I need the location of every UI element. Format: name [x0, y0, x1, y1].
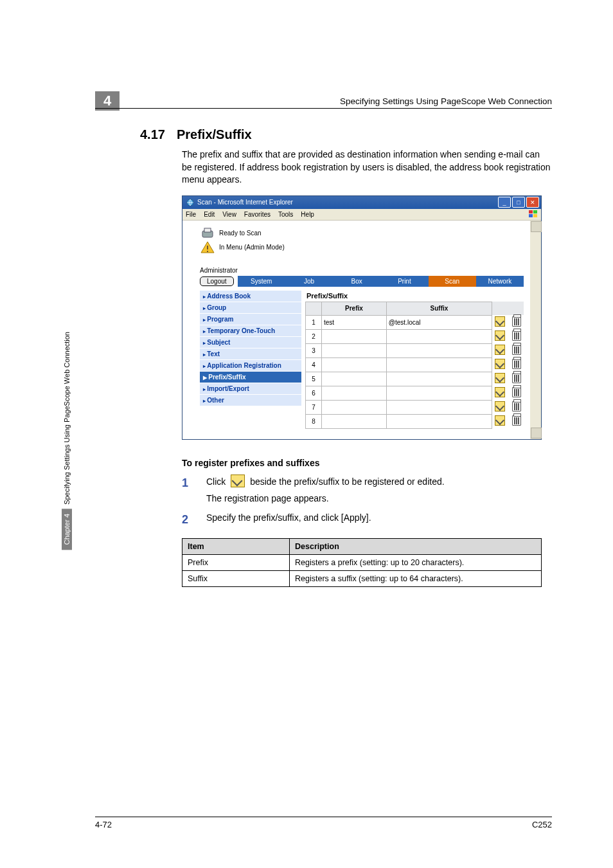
- delete-icon[interactable]: [512, 316, 521, 327]
- row-prefix: [322, 343, 387, 357]
- sidebar: Address Book Group Program Temporary One…: [200, 291, 301, 429]
- delete-icon[interactable]: [512, 401, 521, 411]
- table-row: 1 test @test.local: [306, 315, 524, 329]
- sidebar-item-program[interactable]: Program: [200, 314, 301, 325]
- svg-rect-1: [529, 210, 533, 213]
- menu-view[interactable]: View: [222, 211, 236, 218]
- sidebar-item-application-registration[interactable]: Application Registration: [200, 360, 301, 372]
- th-suffix: Suffix: [386, 302, 492, 315]
- section-title: Prefix/Suffix: [177, 127, 252, 142]
- sidebar-item-address-book[interactable]: Address Book: [200, 291, 301, 302]
- row-suffix: [386, 357, 492, 372]
- row-prefix: test: [322, 315, 387, 329]
- delete-icon[interactable]: [512, 373, 521, 383]
- row-suffix: [386, 386, 492, 400]
- sidebar-item-prefix-suffix[interactable]: Prefix/Suffix: [200, 372, 301, 383]
- delete-icon[interactable]: [512, 387, 521, 397]
- tab-box[interactable]: Box: [333, 276, 380, 287]
- sidebar-item-temp-one-touch[interactable]: Temporary One-Touch: [200, 325, 301, 337]
- desc-text: Registers a suffix (setting: up to 64 ch…: [290, 571, 542, 587]
- edit-icon[interactable]: [495, 373, 505, 383]
- row-prefix: [322, 414, 387, 428]
- tab-system[interactable]: System: [238, 276, 285, 287]
- tab-print[interactable]: Print: [380, 276, 428, 287]
- th-blank: [306, 302, 322, 315]
- sidebar-item-text[interactable]: Text: [200, 348, 301, 360]
- pane-title: Prefix/Suffix: [306, 292, 524, 300]
- table-row: 3: [306, 343, 524, 357]
- edit-icon[interactable]: [495, 387, 505, 397]
- desc-text: Registers a prefix (setting: up to 20 ch…: [290, 555, 542, 571]
- edit-icon: [231, 475, 245, 487]
- printer-icon: [200, 226, 215, 241]
- status-line-1: Ready to Scan: [219, 230, 262, 237]
- svg-rect-3: [529, 214, 533, 217]
- desc-th-item: Item: [182, 539, 290, 555]
- row-num: 7: [306, 400, 322, 414]
- scroll-up-button[interactable]: [531, 221, 542, 232]
- sidebar-item-import-export[interactable]: Import/Export: [200, 383, 301, 395]
- row-prefix: [322, 357, 387, 372]
- edit-icon[interactable]: [495, 316, 505, 327]
- running-header: Specifying Settings Using PageScope Web …: [225, 96, 552, 106]
- th-prefix: Prefix: [322, 302, 387, 315]
- row-prefix: [322, 329, 387, 343]
- tab-job[interactable]: Job: [285, 276, 333, 287]
- edit-icon[interactable]: [495, 359, 505, 369]
- menu-favorites[interactable]: Favorites: [244, 211, 271, 218]
- menu-file[interactable]: File: [186, 211, 196, 218]
- sidebar-item-group[interactable]: Group: [200, 302, 301, 314]
- screenshot-window: Scan - Microsoft Internet Explorer _ □ ✕…: [182, 195, 542, 440]
- row-num: 6: [306, 386, 322, 400]
- row-num: 3: [306, 343, 322, 357]
- table-row: 5: [306, 372, 524, 386]
- section-intro: The prefix and suffix that are provided …: [182, 149, 552, 186]
- table-row: 8: [306, 414, 524, 428]
- sidebar-item-other[interactable]: Other: [200, 395, 301, 406]
- windows-flag-icon: [529, 210, 538, 218]
- scrollbar[interactable]: [530, 221, 541, 439]
- row-suffix: [386, 343, 492, 357]
- close-button[interactable]: ✕: [526, 197, 539, 208]
- table-row: 2: [306, 329, 524, 343]
- row-prefix: [322, 400, 387, 414]
- row-suffix: [386, 400, 492, 414]
- step1-text-a: Click: [206, 476, 228, 487]
- row-num: 8: [306, 414, 322, 428]
- tab-network[interactable]: Network: [476, 276, 524, 287]
- sidebar-item-subject[interactable]: Subject: [200, 337, 301, 348]
- edit-icon[interactable]: [495, 330, 505, 341]
- delete-icon[interactable]: [512, 345, 521, 355]
- row-suffix: [386, 329, 492, 343]
- menu-help[interactable]: Help: [301, 211, 314, 218]
- edit-icon[interactable]: [495, 415, 505, 426]
- row-suffix: [386, 372, 492, 386]
- window-title: Scan - Microsoft Internet Explorer: [197, 199, 293, 206]
- desc-th-desc: Description: [290, 539, 542, 555]
- side-text-title: Specifying Settings Using PageScope Web …: [62, 328, 72, 509]
- svg-rect-2: [533, 210, 537, 213]
- menu-edit[interactable]: Edit: [204, 211, 215, 218]
- row-num: 2: [306, 329, 322, 343]
- step-number-2: 2: [182, 511, 191, 528]
- delete-icon[interactable]: [512, 330, 521, 341]
- description-table: Item Description Prefix Registers a pref…: [182, 538, 542, 587]
- svg-rect-4: [533, 214, 537, 217]
- admin-label: Administrator: [200, 267, 524, 274]
- edit-icon[interactable]: [495, 345, 505, 355]
- logout-button[interactable]: Logout: [200, 276, 234, 286]
- tab-scan[interactable]: Scan: [429, 276, 476, 287]
- scroll-down-button[interactable]: [531, 428, 542, 439]
- delete-icon[interactable]: [512, 359, 521, 369]
- section-number: 4.17: [140, 127, 165, 142]
- delete-icon[interactable]: [512, 415, 521, 426]
- svg-rect-6: [204, 228, 211, 232]
- minimize-button[interactable]: _: [498, 197, 511, 208]
- maximize-button[interactable]: □: [512, 197, 525, 208]
- step2-text: Specify the prefix/suffix, and click [Ap…: [206, 511, 552, 528]
- desc-item: Suffix: [182, 571, 290, 587]
- row-suffix: @test.local: [386, 315, 492, 329]
- edit-icon[interactable]: [495, 401, 505, 411]
- menu-tools[interactable]: Tools: [278, 211, 293, 218]
- row-num: 5: [306, 372, 322, 386]
